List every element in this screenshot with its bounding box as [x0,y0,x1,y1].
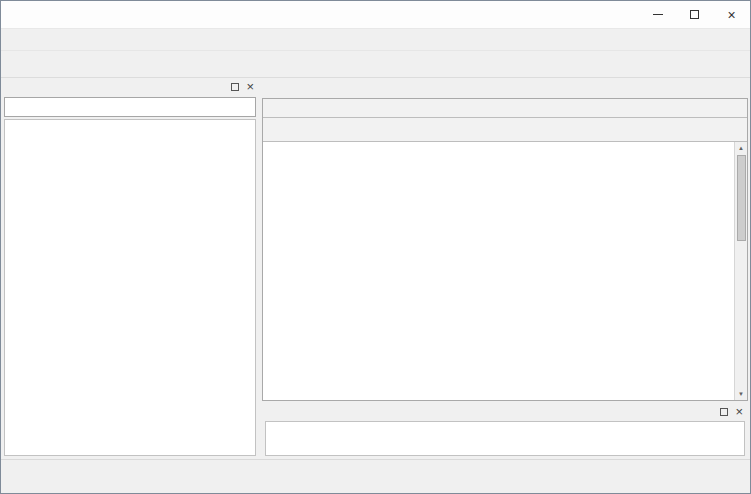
app-window: × × [0,0,751,494]
main-toolbar [1,50,750,78]
titlebar: × [1,1,750,29]
status-panel-header: × [262,403,748,421]
status-panel: × [262,403,748,459]
window-taskbar [1,459,750,493]
scroll-up-icon[interactable]: ▲ [735,142,747,154]
data-grid-container [263,142,734,400]
status-content [265,421,745,456]
close-panel-button[interactable]: × [246,82,254,92]
grid-area: ▲ ▼ [263,141,747,400]
scroll-down-icon[interactable]: ▼ [735,388,747,400]
database-tree [4,119,256,456]
table-window: ▲ ▼ × [262,78,750,459]
main-area: × ▲ ▼ [1,78,750,459]
minimize-button[interactable] [639,1,676,28]
float-panel-button[interactable] [231,83,239,91]
data-tab-content: ▲ ▼ [262,99,748,401]
maximize-button[interactable] [676,1,713,28]
data-subtabs [263,99,747,118]
window-controls: × [639,1,750,28]
scrollbar-thumb[interactable] [737,155,746,241]
database-filter-input[interactable] [4,97,256,117]
menu-bar [1,29,750,50]
vertical-scrollbar[interactable]: ▲ ▼ [734,142,747,400]
databases-panel-header: × [1,78,259,96]
close-button[interactable]: × [713,1,750,28]
minimize-icon [653,14,663,15]
grid-toolbar [263,118,747,141]
maximize-icon [690,10,699,19]
table-tabs [262,78,748,99]
status-float-button[interactable] [720,408,728,416]
status-close-button[interactable]: × [735,407,743,417]
databases-panel: × [1,78,259,459]
